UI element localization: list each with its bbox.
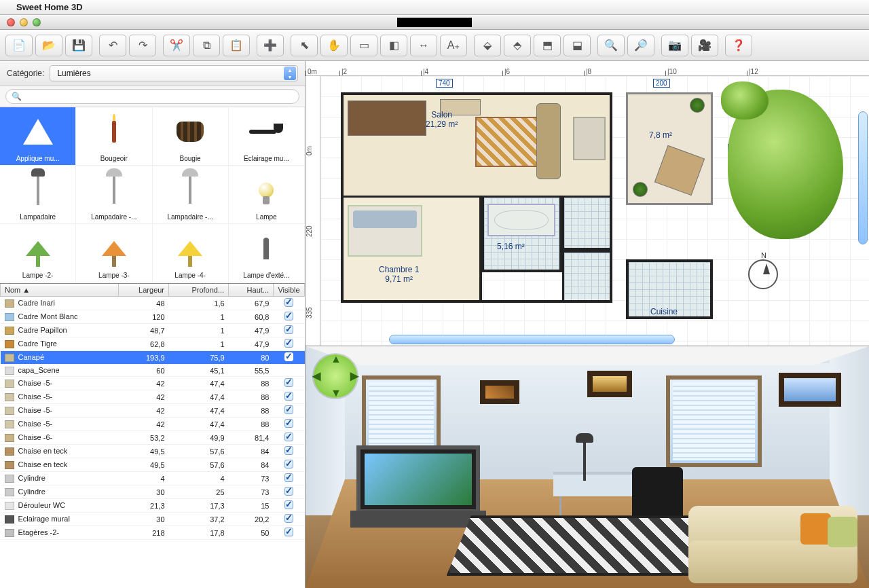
room-hall[interactable] [562, 251, 612, 303]
catalog-item[interactable]: Lampadaire -... [153, 166, 229, 224]
visible-checkbox[interactable] [284, 419, 293, 428]
search-input[interactable]: 🔍 [5, 89, 299, 104]
dining-table[interactable] [348, 100, 426, 136]
wall-tool-button[interactable]: ▭ [350, 35, 377, 56]
visible-checkbox[interactable] [284, 460, 293, 468]
table-row[interactable]: Etagères -2-21817,850 [1, 526, 305, 540]
3d-virtual-button[interactable]: ⬘ [504, 35, 531, 56]
table-row[interactable]: Cadre Inari481,667,9 [1, 297, 305, 310]
zoom-out-button[interactable]: 🔎 [627, 35, 654, 56]
bed[interactable] [348, 205, 422, 257]
table-row[interactable]: Chaise en teck49,557,684 [1, 458, 305, 472]
copy-button[interactable]: ⧉ [193, 35, 220, 56]
zoom-in-button[interactable]: 🔍 [597, 35, 625, 56]
furniture-catalog[interactable]: Applique mu...BougeoirBougieEclairage mu… [0, 107, 305, 284]
table-row[interactable]: Cylindre4473 [1, 472, 305, 485]
photo-button[interactable]: 📷 [661, 35, 688, 56]
bathtub[interactable] [487, 204, 555, 236]
visible-checkbox[interactable] [284, 487, 293, 496]
plant-1[interactable] [690, 98, 705, 113]
video-button[interactable]: 🎥 [691, 35, 718, 56]
catalog-item[interactable]: Lampe -3- [76, 224, 152, 282]
visible-checkbox[interactable] [284, 312, 293, 320]
table-row[interactable]: Chaise -5-4247,488 [1, 377, 305, 390]
visible-checkbox[interactable] [284, 352, 293, 361]
visible-checkbox[interactable] [284, 405, 293, 414]
table-row[interactable]: Chaise en teck49,557,684 [1, 445, 305, 458]
visible-checkbox[interactable] [284, 298, 293, 307]
plant-2[interactable] [633, 182, 648, 197]
select-tool-button[interactable]: ⬉ [291, 35, 318, 56]
plan-2d[interactable]: 0m |2 |4 |6 |8 |10 |12 0m 220 335 740 [306, 61, 869, 346]
category-select[interactable]: Lumières ▲▼ [50, 65, 298, 81]
table-row[interactable]: capa_Scene6045,155,5 [1, 365, 305, 377]
add-furniture-button[interactable]: ➕ [257, 35, 284, 56]
sofa-plan[interactable] [536, 103, 561, 179]
visible-checkbox[interactable] [284, 433, 293, 441]
table-row[interactable]: Chaise -5-4247,488 [1, 418, 305, 431]
app-menu-name[interactable]: Sweet Home 3D [16, 2, 83, 12]
open-button[interactable]: 📂 [35, 35, 62, 56]
catalog-item[interactable]: Lampe -2- [0, 224, 76, 282]
plan-v-scrollbar[interactable] [858, 92, 868, 333]
table-row[interactable]: Cadre Tigre62,8147,9 [1, 337, 305, 351]
window-close-button[interactable] [7, 18, 15, 26]
visible-checkbox[interactable] [284, 528, 293, 536]
window-zoom-button[interactable] [33, 18, 41, 26]
visible-checkbox[interactable] [284, 339, 293, 348]
catalog-item[interactable]: Lampe d'exté... [229, 224, 305, 282]
visible-checkbox[interactable] [284, 378, 293, 387]
table-row[interactable]: Chaise -5-4247,488 [1, 404, 305, 418]
paste-button[interactable]: 📋 [223, 35, 250, 56]
table-row[interactable]: Dérouleur WC21,317,315 [1, 499, 305, 513]
redo-button[interactable]: ↷ [129, 35, 156, 56]
undo-button[interactable]: ↶ [99, 35, 126, 56]
new-button[interactable]: 📄 [5, 35, 33, 56]
window-minimize-button[interactable] [20, 18, 28, 26]
visible-checkbox[interactable] [284, 325, 293, 334]
3d-all-levels-button[interactable]: ⬒ [534, 35, 561, 56]
visible-checkbox[interactable] [284, 392, 293, 401]
col-height[interactable]: Haut... [229, 284, 274, 297]
table-row[interactable]: Canapé193,975,980 [1, 351, 305, 365]
help-button[interactable]: ❓ [725, 35, 752, 56]
view-3d[interactable]: ▲▼◀▶ [306, 346, 869, 588]
col-depth[interactable]: Profond... [169, 284, 229, 297]
catalog-item[interactable]: Applique mu... [0, 107, 76, 166]
visible-checkbox[interactable] [284, 446, 293, 455]
col-width[interactable]: Largeur [119, 284, 169, 297]
table-row[interactable]: Cadre Papillon48,7147,9 [1, 324, 305, 337]
plan-canvas[interactable]: 740 200 185 Salon21,29 m² [320, 76, 869, 346]
visible-checkbox[interactable] [284, 473, 293, 482]
tree-small[interactable] [721, 81, 769, 120]
table-row[interactable]: Cadre Mont Blanc120160,8 [1, 310, 305, 324]
dimension-tool-button[interactable]: ↔ [410, 35, 437, 56]
category-stepper[interactable]: ▲▼ [284, 67, 296, 80]
cut-button[interactable]: ✂️ [163, 35, 190, 56]
col-name[interactable]: Nom ▲ [1, 284, 119, 297]
text-tool-button[interactable]: A₊ [440, 35, 467, 56]
visible-checkbox[interactable] [284, 514, 293, 523]
plan-h-scrollbar[interactable] [337, 335, 857, 344]
table-row[interactable]: Chaise -5-4247,488 [1, 390, 305, 404]
catalog-item[interactable]: Lampe [229, 166, 305, 224]
catalog-item[interactable]: Bougie [153, 107, 229, 166]
save-button[interactable]: 💾 [65, 35, 92, 56]
furniture-table[interactable]: Nom ▲ Largeur Profond... Haut... Visible… [0, 284, 305, 588]
catalog-item[interactable]: Lampe -4- [153, 224, 229, 282]
catalog-item[interactable]: Lampadaire -... [76, 166, 152, 224]
table-row[interactable]: Eclairage mural3037,220,2 [1, 513, 305, 526]
room-wc[interactable] [562, 198, 612, 251]
room-tool-button[interactable]: ◧ [380, 35, 407, 56]
pan-tool-button[interactable]: ✋ [320, 35, 348, 56]
col-visible[interactable]: Visible [274, 284, 305, 297]
3d-nav-control[interactable]: ▲▼◀▶ [314, 354, 357, 398]
table-row[interactable]: Chaise -6-53,249,981,4 [1, 431, 305, 445]
armchair[interactable] [573, 117, 606, 160]
catalog-item[interactable]: Eclairage mu... [229, 107, 305, 166]
table-row[interactable]: Cylindre302573 [1, 485, 305, 499]
catalog-item[interactable]: Lampadaire [0, 166, 76, 224]
3d-select-level-button[interactable]: ⬓ [563, 35, 591, 56]
3d-aerial-button[interactable]: ⬙ [474, 35, 501, 56]
visible-checkbox[interactable] [284, 500, 293, 509]
